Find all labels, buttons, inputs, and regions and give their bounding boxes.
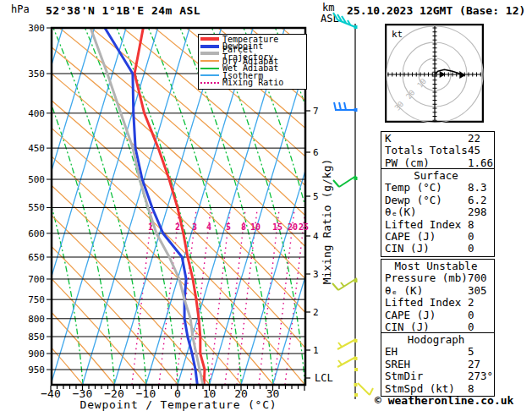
- legend-swatch: [200, 52, 219, 55]
- table-row-label: SREH: [385, 358, 410, 370]
- isotherm-line: [304, 28, 381, 385]
- mixing-ratio-value-label: 20: [288, 222, 298, 232]
- table-row-label: EH: [385, 345, 398, 358]
- table-row: CAPE (J)0: [385, 231, 494, 243]
- dewpoint-curve: [105, 28, 197, 385]
- mixing-ratio-value-label: 1: [148, 222, 153, 232]
- pressure-tick-label: 350: [28, 68, 45, 79]
- table-row: Pressure (mb)700: [385, 272, 494, 284]
- table-row-value: 0: [468, 243, 474, 255]
- mixing-ratio-value-label: 4: [206, 222, 211, 232]
- table-row-label: Lifted Index: [385, 218, 461, 231]
- table-row: K22: [385, 133, 494, 145]
- km-tick-label: 6: [313, 147, 319, 158]
- pressure-tick-label: 900: [28, 348, 45, 359]
- table-row-value: 8: [468, 219, 474, 231]
- table-row-label: StmDir: [385, 370, 423, 382]
- table-row-value: 298: [468, 206, 487, 218]
- mixing-ratio-value-label: 5: [226, 222, 231, 232]
- mixing-ratio-line: [159, 210, 179, 385]
- table-row-label: PW (cm): [385, 156, 430, 169]
- km-tick-label: 1: [313, 345, 319, 356]
- table-row-label: θₑ(K): [385, 206, 417, 218]
- table-row-label: θₑ (K): [385, 284, 423, 297]
- mixing-ratio-value-label: 15: [272, 222, 282, 232]
- pressure-tick-label: 700: [28, 274, 45, 285]
- table-row-value: 2: [468, 297, 474, 309]
- mixing-ratio-value-label: 2: [175, 222, 180, 232]
- km-tick-label: 5: [313, 191, 319, 202]
- table-row: EH5: [385, 346, 494, 358]
- legend-swatch: [200, 68, 219, 69]
- km-tick-label: 3: [313, 269, 319, 280]
- temp-tick-label: −40: [41, 387, 60, 400]
- isotherm-line: [0, 28, 31, 385]
- wind-barb-marker: [354, 393, 358, 397]
- legend-swatch: [200, 45, 219, 48]
- legend-swatch: [200, 74, 219, 76]
- table-row: Totals Totals45: [385, 145, 494, 156]
- dry-adiabat-line: [345, 28, 381, 385]
- surface-table: SurfaceTemp (°C)8.3Dewp (°C)6.2θₑ(K)298L…: [381, 168, 495, 257]
- mixing-ratio-value-label: 3: [192, 222, 197, 232]
- km-tick-label: 4: [313, 231, 319, 242]
- dry-adiabat-line: [0, 28, 115, 385]
- pressure-tick-label: 600: [28, 228, 45, 239]
- table-title: Hodograph: [385, 334, 494, 346]
- table-row-value: 273°: [468, 370, 493, 382]
- table-row-value: 22: [468, 133, 480, 145]
- isotherm-line: [51, 28, 158, 385]
- table-row-label: CIN (J): [385, 242, 430, 255]
- table-row-value: 0: [468, 231, 474, 243]
- table-row-label: CAPE (J): [385, 309, 436, 321]
- table-row: SREH27: [385, 359, 494, 370]
- km-tick-label: 7: [313, 106, 319, 117]
- hodograph-stats-table: HodographEH5SREH27StmDir273°StmSpd (kt)8: [381, 332, 495, 397]
- mixing-ratio-axis-label: Mixing Ratio (g/kg): [321, 159, 333, 285]
- wet-adiabat-line: [307, 28, 381, 385]
- legend-swatch: [200, 60, 219, 62]
- sounding-page: hPa 52°38'N 1°1B'E 24m ASL 25.10.2023 12…: [0, 0, 532, 411]
- table-row-label: Temp (°C): [385, 181, 442, 194]
- wind-barb: [334, 102, 358, 112]
- table-row: StmDir273°: [385, 370, 494, 382]
- table-row-label: CIN (J): [385, 321, 430, 333]
- pressure-tick-label: 400: [28, 108, 45, 119]
- legend-item: Mixing Ratio: [199, 79, 306, 87]
- legend-swatch: [200, 82, 219, 84]
- table-row: StmSpd (kt)8: [385, 383, 494, 395]
- mixing-ratio-line: [259, 210, 279, 385]
- table-row: CIN (J)0: [385, 243, 494, 255]
- pressure-tick-label: 500: [28, 174, 45, 185]
- table-row-label: Dewp (°C): [385, 194, 442, 206]
- temp-axis-label: Dewpoint / Temperature (°C): [80, 398, 277, 411]
- pressure-tick-label: 650: [28, 252, 45, 263]
- table-row-label: Lifted Index: [385, 296, 461, 309]
- wind-barb: [332, 278, 358, 290]
- table-row: Temp (°C)8.3: [385, 182, 494, 194]
- legend-swatch: [200, 37, 219, 41]
- hodograph-chart: 102030kt: [385, 24, 484, 123]
- legend-label: Mixing Ratio: [222, 79, 283, 86]
- mixing-ratio-value-label: 8: [241, 222, 246, 232]
- hodograph-unit-label: kt: [392, 29, 403, 40]
- table-row-value: 8: [468, 383, 474, 395]
- dry-adiabat-line: [0, 28, 369, 385]
- pressure-tick-label: 850: [28, 332, 45, 342]
- table-row-label: StmSpd (kt): [385, 382, 455, 395]
- table-row-value: 0: [468, 310, 474, 321]
- table-row-label: Totals Totals: [385, 144, 468, 156]
- table-title: Surface: [385, 170, 494, 182]
- pressure-tick-label: 450: [28, 143, 45, 154]
- km-tick-label: 2: [313, 307, 319, 318]
- table-row: CAPE (J)0: [385, 310, 494, 321]
- table-row-label: K: [385, 132, 392, 145]
- isotherm-line: [0, 28, 95, 385]
- wind-barb: [337, 357, 358, 367]
- pressure-tick-label: 800: [28, 314, 45, 325]
- table-row-value: 305: [468, 285, 487, 297]
- table-row: Lifted Index2: [385, 297, 494, 309]
- pressure-tick-label: 750: [28, 294, 45, 305]
- table-row-value: 700: [468, 272, 487, 284]
- table-row-value: 27: [468, 359, 480, 370]
